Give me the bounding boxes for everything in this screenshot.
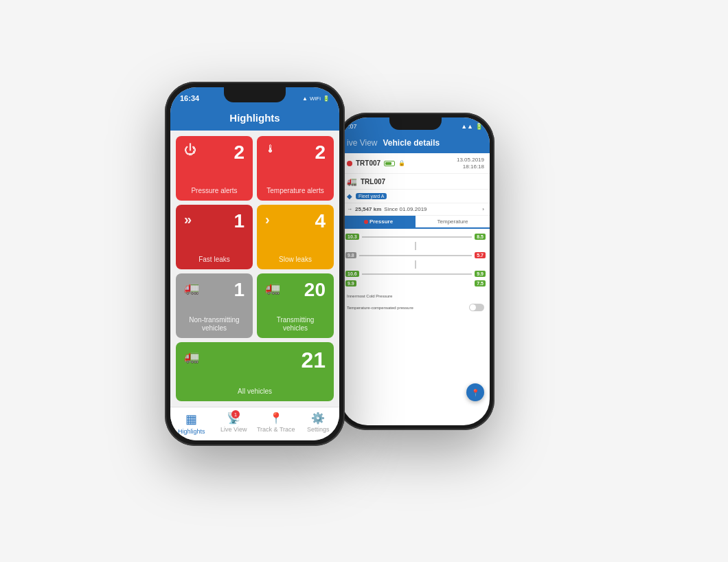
all-vehicles-count: 21 [301, 348, 326, 373]
alert-dot [364, 220, 368, 224]
nav-track-trace[interactable]: 📍 Track & Trace [255, 412, 297, 435]
location-arrow-icon: ◆ [347, 192, 352, 200]
tab-pressure[interactable]: Pressure [341, 216, 416, 227]
transmit-count: 20 [304, 279, 326, 301]
highlights-nav-label: Highlights [178, 428, 205, 435]
track-trace-label: Track & Trace [257, 426, 295, 433]
km-row: → 25,547 km Since 01.09.2019 › [341, 203, 490, 216]
track-trace-icon: 📍 [269, 412, 283, 425]
nav-settings[interactable]: ⚙️ Settings [297, 412, 340, 435]
phone-2-screen: :07 ▲▲ 🔋 ive View Vehicle details TRT007 [341, 117, 490, 425]
trailer-icon: 🚛 [347, 177, 357, 186]
vehicle-status-dot [347, 161, 352, 166]
tile-all-vehicles[interactable]: 🚛 21 All vehicles [176, 342, 334, 401]
phone1-status-icons: ▲ WiFi 🔋 [302, 95, 330, 102]
phone2-status-icons: ▲▲ 🔋 [461, 123, 483, 130]
tile-non-transmitting[interactable]: 🚛 1 Non-transmitting vehicles [176, 273, 253, 338]
phone2-time: :07 [348, 123, 357, 130]
highlights-grid: ⏻ 2 Pressure alerts 🌡 2 Temperature aler… [170, 131, 339, 407]
settings-icon: ⚙️ [311, 412, 325, 425]
tab-temperature[interactable]: Temperature [416, 216, 490, 227]
trailer-row[interactable]: 🚛 TRL007 [341, 174, 490, 190]
pressure-tabs: Pressure Temperature [341, 216, 490, 229]
transmit-label: Transmitting vehicles [265, 316, 326, 333]
tile-temperature-alerts[interactable]: 🌡 2 Temperature alerts [257, 136, 334, 201]
pressure-label: Pressure alerts [184, 187, 244, 195]
fleet-tag: Fleet yard A [356, 193, 387, 199]
nav-highlights[interactable]: ▦ Highlights [170, 412, 213, 435]
tile-transmitting[interactable]: 🚛 20 Transmitting vehicles [257, 273, 334, 338]
tyre-diagram: 10.3 8.5 9.8 5.7 10.6 [341, 229, 490, 291]
vehicle-row-1[interactable]: TRT007 🔒 13.05.2019 18:16:18 [341, 153, 490, 174]
slow-leak-label: Slow leaks [265, 256, 326, 264]
all-vehicles-label: All vehicles [184, 387, 326, 396]
pressure-count: 2 [234, 142, 244, 164]
slow-leak-count: 4 [315, 210, 326, 232]
non-transmit-count: 1 [234, 279, 244, 301]
bottom-nav: ▦ Highlights 📡 1 Live View 📍 Track & Tra… [170, 407, 339, 440]
phone-1-screen: 16:34 ▲ WiFi 🔋 Highlights ⏻ [170, 87, 339, 440]
km-chevron[interactable]: › [482, 206, 484, 212]
fast-leak-label: Fast leaks [184, 256, 244, 264]
tyre-bl: 9.9 [345, 280, 356, 286]
tyre-br: 7.5 [475, 280, 486, 286]
settings-label: Settings [307, 426, 330, 433]
phone1-header: Highlights [170, 109, 339, 131]
tyre-ml: 9.8 [345, 252, 356, 258]
phone2-title: Vehicle details [383, 138, 440, 148]
temp-comp-toggle[interactable] [469, 304, 484, 311]
tyre-mr: 5.7 [475, 252, 486, 258]
fab-location-button[interactable]: 📍 [466, 383, 484, 401]
tyre-rl: 10.6 [345, 271, 359, 277]
lock-icon: 🔒 [398, 160, 405, 166]
fleet-row: ◆ Fleet yard A [341, 190, 490, 203]
phone-2-frame: :07 ▲▲ 🔋 ive View Vehicle details TRT007 [337, 113, 494, 430]
phone-2-notch [389, 117, 442, 130]
since-label: Since 01.09.2019 [384, 206, 426, 212]
phone-1-notch [224, 87, 286, 102]
live-view-badge: 1 [231, 410, 240, 418]
fast-leak-count: 1 [234, 210, 244, 232]
tyre-fl: 10.3 [345, 234, 359, 240]
tile-slow-leaks[interactable]: › 4 Slow leaks [257, 205, 334, 269]
tyre-rr: 9.9 [475, 271, 486, 277]
battery-icon [384, 161, 395, 166]
highlights-nav-icon: ▦ [185, 412, 197, 427]
highlights-title: Highlights [229, 112, 280, 124]
live-view-label: Live View [220, 426, 247, 433]
temp-comp-label: Temperature-compensated pressure [347, 306, 413, 310]
temperature-label: Temperature alerts [265, 187, 326, 195]
phone2-content: TRT007 🔒 13.05.2019 18:16:18 🚛 TRL007 ◆ [341, 153, 490, 314]
cold-pressure-row: Innermost Cold Pressure [341, 291, 490, 301]
vehicle-time: 13.05.2019 18:16:18 [457, 157, 484, 170]
phone1-body: 16:34 ▲ WiFi 🔋 Highlights ⏻ [170, 87, 339, 440]
phone2-header: ive View Vehicle details [341, 135, 490, 153]
nav-live-view[interactable]: 📡 1 Live View [213, 412, 255, 435]
cold-pressure-label: Innermost Cold Pressure [347, 294, 392, 298]
temperature-count: 2 [315, 142, 326, 164]
phone-1-frame: 16:34 ▲ WiFi 🔋 Highlights ⏻ [165, 82, 345, 446]
tyre-fr: 8.5 [475, 234, 486, 240]
km-value: 25,547 km [355, 206, 381, 212]
km-arrow: → [347, 206, 352, 212]
non-transmit-label: Non-transmitting vehicles [184, 316, 244, 333]
temp-comp-row[interactable]: Temperature-compensated pressure [341, 301, 490, 314]
tile-pressure-alerts[interactable]: ⏻ 2 Pressure alerts [176, 136, 253, 201]
location-icon: 📍 [471, 389, 479, 396]
tile-fast-leaks[interactable]: » 1 Fast leaks [176, 205, 253, 269]
vehicle-id: TRT007 [356, 159, 380, 167]
phone1-time: 16:34 [180, 94, 199, 102]
trailer-id: TRL007 [361, 178, 385, 186]
phone2-back-link[interactable]: ive View [347, 138, 377, 148]
